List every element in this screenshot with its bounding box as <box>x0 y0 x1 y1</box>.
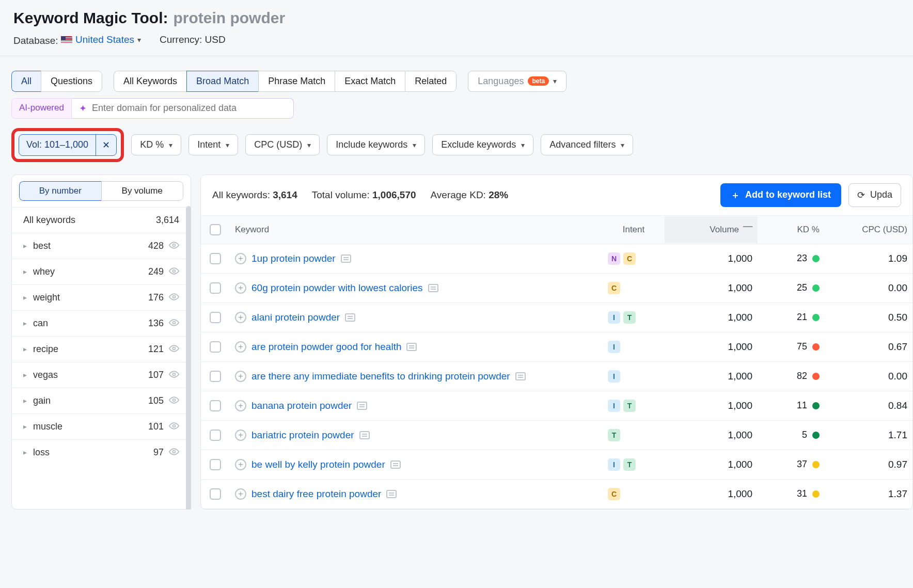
add-keyword-icon[interactable]: + <box>235 400 246 411</box>
add-keyword-icon[interactable]: + <box>235 371 246 382</box>
sidebar-group-item[interactable]: ▸ muscle 101 <box>12 414 191 439</box>
tab-questions[interactable]: Questions <box>41 71 102 92</box>
row-checkbox[interactable] <box>210 459 221 470</box>
col-volume[interactable]: Volume ▔▔ <box>665 216 758 243</box>
add-keyword-icon[interactable]: + <box>235 341 246 353</box>
keyword-link[interactable]: alani protein powder <box>251 312 340 323</box>
serp-icon[interactable] <box>515 372 526 380</box>
cpc-filter[interactable]: CPC (USD)▾ <box>245 134 320 155</box>
chevron-down-icon: ▾ <box>226 141 229 149</box>
eye-icon[interactable] <box>169 447 179 458</box>
sidebar-group-count: 107 <box>148 370 164 380</box>
kd-cell: 82 <box>758 371 825 382</box>
table-row: + banana protein powder IT 1,000 11 0.84 <box>201 391 912 421</box>
keyword-link[interactable]: 1up protein powder <box>251 253 336 264</box>
eye-icon[interactable] <box>169 292 179 303</box>
sidebar-tab-by-volume[interactable]: By volume <box>101 181 184 201</box>
serp-icon[interactable] <box>357 402 367 410</box>
row-checkbox[interactable] <box>210 253 221 264</box>
keyword-link[interactable]: be well by kelly protein powder <box>251 459 385 470</box>
update-button[interactable]: ⟳ Upda <box>848 183 901 207</box>
col-kd[interactable]: KD % <box>758 216 825 243</box>
keyword-link[interactable]: 60g protein powder with lowest calories <box>251 282 423 294</box>
serp-icon[interactable] <box>390 460 401 469</box>
sidebar-group-name: loss <box>33 447 50 458</box>
plus-icon: ＋ <box>731 189 740 201</box>
sidebar-group-item[interactable]: ▸ can 136 <box>12 310 191 336</box>
exclude-keywords-filter[interactable]: Exclude keywords▾ <box>432 134 533 155</box>
col-intent[interactable]: Intent <box>603 216 665 243</box>
sidebar-group-item[interactable]: ▸ whey 249 <box>12 259 191 284</box>
col-keyword[interactable]: Keyword <box>230 216 603 243</box>
tab-all-keywords[interactable]: All Keywords <box>114 71 186 92</box>
sidebar-group-item[interactable]: ▸ weight 176 <box>12 284 191 310</box>
volume-filter-label[interactable]: Vol: 101–1,000 <box>19 135 96 155</box>
row-checkbox[interactable] <box>210 371 221 382</box>
serp-icon[interactable] <box>406 343 417 351</box>
add-keyword-icon[interactable]: + <box>235 459 246 470</box>
sidebar-group-item[interactable]: ▸ best 428 <box>12 233 191 259</box>
row-checkbox[interactable] <box>210 341 221 353</box>
database-selector[interactable]: United States ▾ <box>61 34 141 45</box>
intent-badge-t: T <box>623 311 636 324</box>
eye-icon[interactable] <box>169 395 179 406</box>
add-keyword-icon[interactable]: + <box>235 488 246 500</box>
kd-filter[interactable]: KD %▾ <box>131 134 181 155</box>
eye-icon[interactable] <box>169 318 179 329</box>
keyword-link[interactable]: are protein powder good for health <box>251 341 401 353</box>
row-checkbox[interactable] <box>210 430 221 441</box>
eye-icon[interactable] <box>169 266 179 277</box>
add-keyword-icon[interactable]: + <box>235 430 246 441</box>
tab-all[interactable]: All <box>11 71 41 92</box>
sidebar-group-item[interactable]: ▸ vegas 107 <box>12 362 191 388</box>
keyword-link[interactable]: bariatric protein powder <box>251 430 354 441</box>
svg-point-0 <box>173 244 176 246</box>
row-checkbox[interactable] <box>210 282 221 294</box>
intent-badge-t: T <box>608 429 620 441</box>
add-keyword-icon[interactable]: + <box>235 312 246 323</box>
table-row: + are there any immediate benefits to dr… <box>201 362 912 391</box>
eye-icon[interactable] <box>169 344 179 355</box>
row-checkbox[interactable] <box>210 312 221 323</box>
serp-icon[interactable] <box>345 313 355 322</box>
scrollbar-thumb[interactable] <box>186 206 191 510</box>
eye-icon[interactable] <box>169 370 179 380</box>
add-keyword-icon[interactable]: + <box>235 253 246 264</box>
tab-broad-match[interactable]: Broad Match <box>186 71 258 92</box>
sidebar-all-keywords[interactable]: All keywords 3,614 <box>12 207 191 233</box>
row-checkbox[interactable] <box>210 400 221 411</box>
select-all-checkbox[interactable] <box>210 224 221 235</box>
languages-dropdown[interactable]: Languages beta ▾ <box>468 71 566 92</box>
col-cpc[interactable]: CPC (USD) <box>825 216 912 243</box>
tab-phrase-match[interactable]: Phrase Match <box>258 71 335 92</box>
sidebar-group-item[interactable]: ▸ gain 105 <box>12 388 191 414</box>
row-checkbox[interactable] <box>210 488 221 500</box>
sidebar-group-item[interactable]: ▸ recipe 121 <box>12 336 191 362</box>
difficulty-dot-icon <box>812 314 820 321</box>
advanced-filters[interactable]: Advanced filters▾ <box>541 134 633 155</box>
serp-icon[interactable] <box>359 431 370 439</box>
serp-icon[interactable] <box>341 255 351 263</box>
tab-related[interactable]: Related <box>405 71 457 92</box>
eye-icon[interactable] <box>169 421 179 432</box>
add-keyword-icon[interactable]: + <box>235 282 246 294</box>
intent-filter[interactable]: Intent▾ <box>188 134 238 155</box>
serp-icon[interactable] <box>386 490 397 498</box>
kd-cell: 21 <box>758 312 825 323</box>
eye-icon[interactable] <box>169 241 179 251</box>
add-to-keyword-list-button[interactable]: ＋ Add to keyword list <box>720 183 841 207</box>
intent-badge-i: I <box>608 370 620 383</box>
tab-exact-match[interactable]: Exact Match <box>335 71 405 92</box>
ai-domain-input[interactable] <box>92 103 286 114</box>
serp-icon[interactable] <box>428 284 438 292</box>
sidebar-tab-by-number[interactable]: By number <box>19 181 101 201</box>
include-keywords-filter[interactable]: Include keywords▾ <box>327 134 425 155</box>
sidebar-group-item[interactable]: ▸ loss 97 <box>12 439 191 465</box>
intent-badge-c: C <box>623 252 636 265</box>
keyword-link[interactable]: are there any immediate benefits to drin… <box>251 371 510 382</box>
keyword-link[interactable]: best dairy free protein powder <box>251 488 381 500</box>
keyword-link[interactable]: banana protein powder <box>251 400 352 411</box>
sidebar-group-count: 101 <box>148 421 164 432</box>
ai-domain-input-wrap[interactable]: ✦ <box>72 98 294 119</box>
volume-filter-clear[interactable]: ✕ <box>96 135 116 155</box>
